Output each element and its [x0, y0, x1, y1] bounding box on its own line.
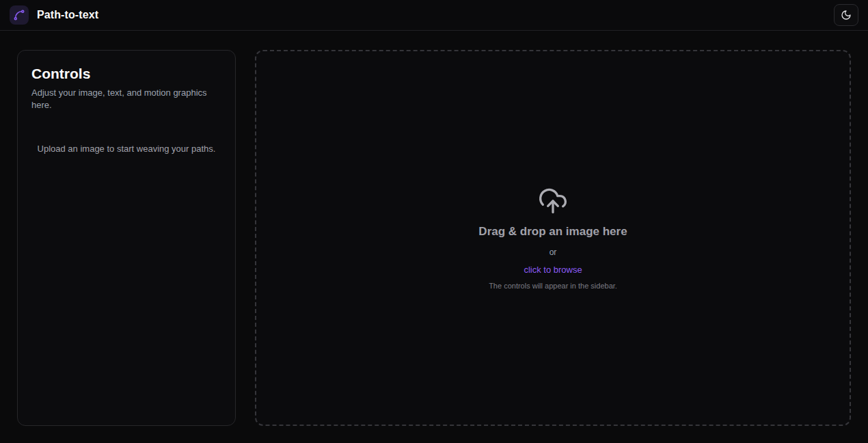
cloud-upload-icon — [538, 186, 568, 216]
spline-path-icon — [13, 9, 25, 21]
controls-panel: Controls Adjust your image, text, and mo… — [17, 50, 236, 426]
controls-empty-hint: Upload an image to start weaving your pa… — [31, 144, 221, 154]
app-logo — [10, 5, 29, 25]
controls-title: Controls — [31, 66, 221, 82]
moon-icon — [841, 10, 852, 21]
dropzone-note: The controls will appear in the sidebar. — [489, 282, 617, 290]
app-header: Path-to-text — [0, 0, 868, 31]
image-dropzone[interactable]: Drag & drop an image here or click to br… — [255, 50, 851, 426]
dropzone-heading: Drag & drop an image here — [478, 225, 627, 239]
controls-subtitle: Adjust your image, text, and motion grap… — [31, 87, 221, 111]
page-title: Path-to-text — [37, 9, 98, 21]
browse-link[interactable]: click to browse — [524, 265, 582, 275]
theme-toggle-button[interactable] — [834, 4, 858, 26]
main-content: Controls Adjust your image, text, and mo… — [0, 31, 868, 443]
dropzone-separator: or — [550, 247, 557, 257]
